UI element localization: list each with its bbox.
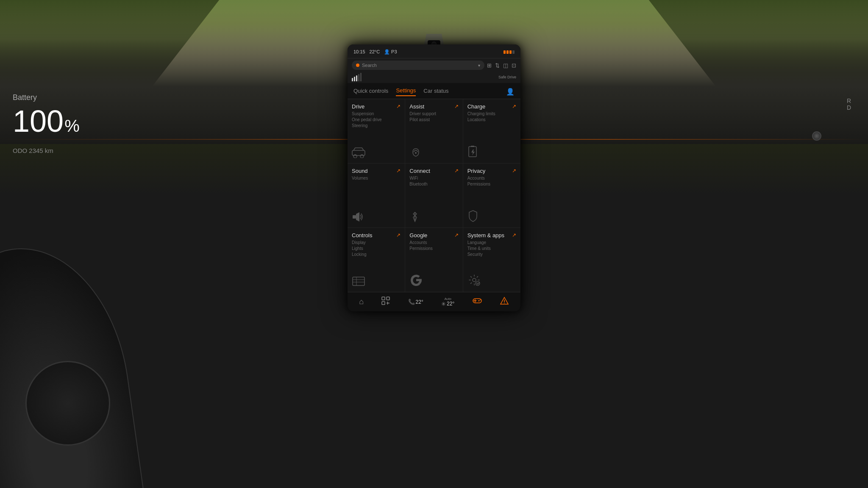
speed-bar-2 <box>354 77 355 81</box>
settings-grid: Drive ↗ SuspensionOne pedal driveSteerin… <box>348 99 520 292</box>
privacy-arrow: ↗ <box>512 168 516 174</box>
search-area: Search ▾ ⊞ ⇅ ◫ ⊡ <box>348 58 520 72</box>
sound-title: Sound <box>352 168 368 174</box>
sound-subtitles: Volumes <box>352 175 401 181</box>
svg-point-1 <box>353 155 357 158</box>
left-panel: Battery 100 % ODO 2345 km <box>13 93 97 154</box>
settings-cell-controls[interactable]: Controls ↗ DisplayLightsLocking <box>348 228 405 292</box>
odo-label: ODO 2345 km <box>13 147 97 154</box>
bottom-nav-home[interactable]: ⌂ <box>359 297 364 306</box>
warning-icon <box>500 297 509 307</box>
speed-bar-1 <box>352 78 353 81</box>
google-arrow: ↗ <box>454 232 459 238</box>
search-bar[interactable]: Search ▾ <box>352 61 484 70</box>
connect-title: Connect <box>409 168 430 174</box>
google-icon <box>409 270 458 288</box>
controls-title: Controls <box>352 232 372 238</box>
battery-value: 100 <box>13 104 64 139</box>
tab-car-status[interactable]: Car status <box>423 88 448 96</box>
svg-rect-15 <box>382 302 385 305</box>
speed-area: Safe Drive <box>348 72 520 83</box>
settings-cell-assist[interactable]: Assist ↗ Driver supportPilot assist <box>405 99 462 163</box>
search-chevron-icon: ▾ <box>478 63 480 68</box>
user-label: P3 <box>391 49 397 54</box>
apps-icon <box>381 297 390 307</box>
cabin-temp: 22° <box>416 299 423 305</box>
google-subtitles: AccountsPermissions <box>409 240 458 252</box>
svg-point-20 <box>480 299 481 300</box>
user-info: 👤 P3 <box>384 49 397 55</box>
drive-icon <box>352 144 401 160</box>
tab-settings[interactable]: Settings <box>396 87 416 96</box>
phone-icon: 📞 <box>408 299 415 305</box>
profile-icon[interactable]: 👤 <box>506 88 515 96</box>
infotainment-screen: 10:15 22°C 👤 P3 Search ▾ <box>348 44 520 311</box>
toolbar-icon-1[interactable]: ⊞ <box>487 62 492 69</box>
bottom-nav-warning[interactable] <box>500 297 509 307</box>
search-placeholder: Search <box>362 63 476 68</box>
settings-cell-charge[interactable]: Charge ↗ Charging limitsLocations <box>463 99 520 163</box>
connect-subtitles: WiFiBluetooth <box>409 175 458 187</box>
time-display: 10:15 <box>353 49 365 54</box>
temp-display: 22°C <box>370 49 380 54</box>
search-brand-dot <box>356 64 359 67</box>
svg-rect-13 <box>382 297 385 300</box>
status-bar: 10:15 22°C 👤 P3 <box>348 44 520 58</box>
svg-point-3 <box>415 152 417 154</box>
bottom-nav-fan[interactable]: Auto ✳ 22° <box>441 297 454 307</box>
controls-subtitles: DisplayLightsLocking <box>352 240 401 258</box>
fan-temp: 22° <box>447 301 454 307</box>
svg-point-24 <box>504 303 505 304</box>
drive-subtitles: SuspensionOne pedal driveSteering <box>352 111 401 129</box>
gamepad-icon <box>473 297 482 306</box>
speed-gauge <box>352 73 362 81</box>
assist-subtitles: Driver supportPilot assist <box>409 111 458 123</box>
toolbar-icons: ⊞ ⇅ ◫ ⊡ <box>487 62 516 69</box>
speed-bar-5 <box>360 73 362 81</box>
batt-seg-1 <box>504 50 506 54</box>
user-icon: 👤 <box>384 49 390 55</box>
system-subtitles: LanguageTime & unitsSecurity <box>467 240 516 258</box>
toolbar-icon-3[interactable]: ◫ <box>503 62 508 69</box>
steering-hub <box>25 361 110 446</box>
settings-cell-drive[interactable]: Drive ↗ SuspensionOne pedal driveSteerin… <box>348 99 405 163</box>
bottom-nav-apps[interactable] <box>381 297 390 307</box>
home-icon: ⌂ <box>359 297 364 306</box>
svg-rect-7 <box>353 277 364 286</box>
settings-cell-privacy[interactable]: Privacy ↗ AccountsPermissions <box>463 164 520 227</box>
speed-bar-4 <box>358 74 359 81</box>
bottom-nav-game[interactable] <box>473 297 482 306</box>
system-arrow: ↗ <box>512 232 516 238</box>
dash-knob-right[interactable] <box>812 131 821 141</box>
settings-cell-sound[interactable]: Sound ↗ Volumes <box>348 164 405 227</box>
tab-quick-controls[interactable]: Quick controls <box>353 88 388 96</box>
bottom-nav-phone-temp[interactable]: 📞 22° <box>408 299 423 305</box>
svg-point-11 <box>473 278 476 282</box>
svg-point-19 <box>478 300 479 302</box>
charge-icon <box>467 142 516 160</box>
svg-rect-6 <box>353 215 356 219</box>
charge-arrow: ↗ <box>512 103 516 109</box>
assist-arrow: ↗ <box>454 103 459 109</box>
sound-arrow: ↗ <box>396 168 401 174</box>
fan-icon: ✳ <box>441 301 446 307</box>
privacy-subtitles: AccountsPermissions <box>467 175 516 187</box>
google-title: Google <box>409 232 427 238</box>
svg-rect-5 <box>471 146 474 147</box>
auto-label: Auto <box>444 297 451 301</box>
privacy-title: Privacy <box>467 168 486 174</box>
toolbar-icon-2[interactable]: ⇅ <box>495 62 500 69</box>
right-d-label: D <box>847 104 851 111</box>
connect-arrow: ↗ <box>454 168 459 174</box>
right-r-label: R <box>847 97 851 104</box>
settings-cell-google[interactable]: Google ↗ AccountsPermissions <box>405 228 462 292</box>
settings-cell-connect[interactable]: Connect ↗ WiFiBluetooth <box>405 164 462 227</box>
drive-arrow: ↗ <box>396 103 401 109</box>
controls-arrow: ↗ <box>396 232 401 238</box>
charge-subtitles: Charging limitsLocations <box>467 111 516 123</box>
toolbar-icon-4[interactable]: ⊡ <box>512 62 516 69</box>
speed-label: Safe Drive <box>498 75 516 79</box>
settings-cell-system[interactable]: System & apps ↗ LanguageTime & unitsSecu… <box>463 228 520 292</box>
privacy-icon <box>467 206 516 224</box>
batt-seg-3 <box>509 50 512 54</box>
